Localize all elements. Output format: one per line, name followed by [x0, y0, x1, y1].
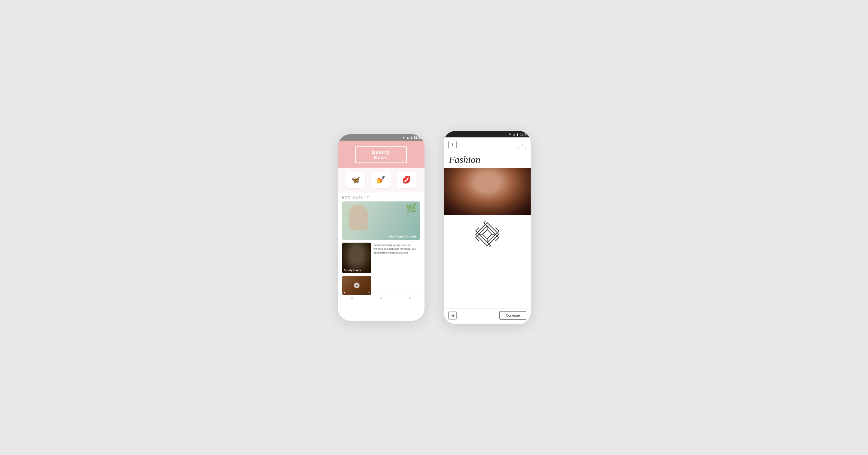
lips-icon: 💋 — [402, 176, 411, 184]
continue-button[interactable]: Continue — [499, 311, 526, 320]
fashion-bottom-bar: ◀ Continue — [444, 308, 531, 324]
battery-icon-2: ▮ — [517, 132, 519, 136]
back-button[interactable]: ◀ — [448, 311, 457, 320]
video-controls: ◀ ⊡ — [343, 291, 370, 294]
nav-dot-3[interactable] — [409, 297, 411, 299]
grid-icon: ⊞ — [520, 143, 523, 147]
eco-woman-photo: 🌿 — [342, 202, 420, 240]
fashion-title: Fashion — [444, 152, 531, 168]
article-thumb-label: Beauty trends — [344, 269, 361, 272]
info-button[interactable]: ℹ — [448, 141, 457, 149]
spacer — [444, 252, 531, 308]
beauty-news-button[interactable]: Beauty News — [355, 146, 407, 163]
nav-dot-1[interactable] — [351, 297, 353, 299]
eco-video-row: ▶ ◀ ⊡ — [342, 276, 420, 295]
status-bar-1: ▼ ▲ ▮ 12:30 — [338, 134, 425, 141]
eco-beauty-label: ECO BEAUTY — [342, 195, 420, 199]
phone-fashion: ▼ ▲ ▮ 12:30 ℹ ⊞ Fashion — [444, 131, 531, 324]
fullscreen-icon[interactable]: ⊡ — [368, 291, 370, 294]
category-nails[interactable]: 💅 — [371, 172, 391, 188]
grid-button[interactable]: ⊞ — [518, 141, 526, 149]
status-time-1: 12:30 — [413, 136, 422, 139]
person-silhouette — [349, 205, 368, 231]
nails-icon: 💅 — [377, 176, 385, 184]
fashion-toolbar: ℹ ⊞ — [444, 138, 531, 152]
wifi-icon-2: ▲ — [513, 132, 516, 136]
status-icons-2: ▼ ▲ ▮ — [508, 132, 519, 136]
bottom-nav-1 — [338, 295, 425, 301]
fashion-logo-section — [444, 215, 531, 252]
back-icon: ◀ — [451, 313, 454, 317]
diamond-logo — [474, 221, 500, 247]
phone-beauty-news: ▼ ▲ ▮ 12:30 Beauty News 🦋 💅 💋 ECO BEAUTY — [338, 134, 425, 321]
status-icons-1: ▼ ▲ ▮ — [402, 136, 412, 139]
eco-video-thumbnail[interactable]: ▶ ◀ ⊡ — [342, 276, 371, 295]
beauty-news-header: Beauty News — [338, 141, 425, 168]
phones-container: ▼ ▲ ▮ 12:30 Beauty News 🦋 💅 💋 ECO BEAUTY — [338, 131, 531, 324]
eco-article-text: Features of skin ageing, such as wrinkle… — [374, 243, 420, 273]
category-lips[interactable]: 💋 — [397, 172, 416, 188]
volume-icon[interactable]: ◀ — [343, 291, 345, 294]
category-butterfly[interactable]: 🦋 — [345, 172, 365, 188]
status-time-2: 12:30 — [520, 132, 528, 136]
play-button[interactable]: ▶ — [354, 282, 360, 288]
status-bar-2: ▼ ▲ ▮ 12:30 — [444, 131, 531, 138]
category-icons-row: 🦋 💅 💋 — [338, 168, 425, 192]
eco-article-row: Beauty trends Features of skin ageing, s… — [342, 243, 420, 273]
signal-icon: ▼ — [402, 136, 405, 139]
butterfly-icon: 🦋 — [351, 176, 360, 184]
fashion-model-photo — [444, 168, 531, 215]
info-icon: ℹ — [452, 143, 453, 147]
eco-main-image[interactable]: 🌿 Eco-friendly brands. — [342, 202, 420, 240]
signal-icon-2: ▼ — [508, 132, 512, 136]
plants-decoration: 🌿 — [406, 203, 417, 214]
nav-dot-2[interactable] — [380, 297, 382, 299]
eco-article-thumb[interactable]: Beauty trends — [342, 243, 371, 273]
wifi-icon: ▲ — [406, 136, 409, 139]
eco-main-caption: Eco-friendly brands. — [389, 235, 417, 238]
battery-icon: ▮ — [410, 136, 412, 139]
svg-marker-2 — [483, 230, 492, 239]
eco-beauty-section: ECO BEAUTY 🌿 Eco-friendly brands. Beauty… — [338, 192, 425, 295]
fashion-hero-image — [444, 168, 531, 215]
